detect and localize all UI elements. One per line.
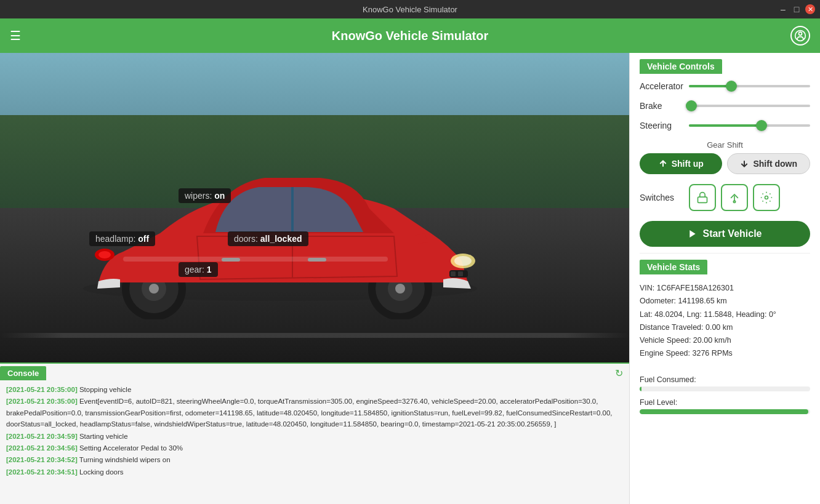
- switches-label: Switches: [640, 193, 689, 202]
- titlebar: KnowGo Vehicle Simulator – □ ✕: [0, 0, 820, 18]
- wiper-switch-button[interactable]: [721, 184, 748, 211]
- left-side: wipers: on headlamp: off doors: all_lock…: [0, 53, 629, 504]
- maximize-button[interactable]: □: [792, 4, 802, 14]
- doors-label: doors: all_locked: [228, 231, 308, 246]
- stat-distance: Distance Traveled: 0.00 km: [640, 321, 810, 334]
- stat-fuel-level-label: Fuel Level:: [640, 396, 810, 409]
- accelerator-slider[interactable]: [689, 85, 810, 87]
- gear-val: 1: [207, 265, 212, 274]
- lock-switch-button[interactable]: [689, 184, 716, 211]
- brake-label: Brake: [640, 101, 689, 111]
- switches-row: Switches: [640, 184, 810, 211]
- settings-switch-button[interactable]: [753, 184, 780, 211]
- console-text: Event[eventID=6, autoID=821, steeringWhe…: [6, 398, 613, 428]
- console-line: [2021-05-21 20:34:52] Turning windshield…: [6, 454, 623, 465]
- stat-vin: VIN: 1C6FAFE158A126301: [640, 282, 810, 295]
- console-timestamp: [2021-05-21 20:34:52]: [6, 456, 78, 463]
- app-title: KnowGo Vehicle Simulator: [332, 29, 489, 43]
- console-timestamp: [2021-05-21 20:34:51]: [6, 468, 78, 476]
- svg-point-16: [454, 256, 472, 266]
- headlamp-key: headlamp:: [95, 234, 138, 244]
- stat-engine-speed: Engine Speed: 3276 RPMs: [640, 347, 810, 360]
- console-line: [2021-05-21 20:34:56] Setting Accelerato…: [6, 442, 623, 454]
- steering-slider[interactable]: [689, 124, 810, 127]
- main-content: wipers: on headlamp: off doors: all_lock…: [0, 53, 820, 504]
- shift-down-label: Shift down: [753, 159, 797, 169]
- right-side: Vehicle Controls Accelerator Brake: [629, 53, 820, 504]
- wipers-val: on: [214, 191, 225, 201]
- svg-rect-22: [123, 257, 388, 262]
- doors-val: all_locked: [260, 234, 302, 244]
- refresh-icon[interactable]: ↻: [615, 367, 623, 379]
- console-section: Console ↻ [2021-05-21 20:35:00] Stopping…: [0, 362, 629, 504]
- shift-down-button[interactable]: Shift down: [727, 153, 811, 174]
- fuel-consumed-bar: [640, 386, 810, 391]
- titlebar-controls: – □ ✕: [778, 4, 815, 14]
- console-timestamp: [2021-05-21 20:34:56]: [6, 444, 78, 452]
- console-line: [2021-05-21 20:35:00] Stopping vehicle: [6, 384, 623, 395]
- start-vehicle-label: Start Vehicle: [702, 228, 762, 239]
- svg-point-21: [98, 251, 111, 258]
- steering-row: Steering: [640, 121, 810, 130]
- menu-icon[interactable]: ☰: [10, 28, 21, 43]
- appbar: ☰ KnowGo Vehicle Simulator: [0, 18, 820, 53]
- stat-fuel-consumed-label: Fuel Consumed:: [640, 374, 810, 386]
- console-header: Console: [0, 366, 46, 380]
- stat-odometer: Odometer: 141198.65 km: [640, 295, 810, 308]
- close-button[interactable]: ✕: [805, 4, 815, 14]
- brake-row: Brake: [640, 101, 810, 111]
- console-line: [2021-05-21 20:34:59] Starting vehicle: [6, 431, 623, 442]
- console-timestamp: [2021-05-21 20:34:59]: [6, 433, 78, 440]
- console-line: [2021-05-21 20:34:51] Locking doors: [6, 466, 623, 478]
- gear-shift-label: Gear Shift: [640, 140, 810, 150]
- accelerator-row: Accelerator: [640, 81, 810, 91]
- console-line: [2021-05-21 20:35:00] Event[eventID=6, a…: [6, 396, 623, 430]
- console-text: Turning windshield wipers on: [78, 456, 171, 463]
- user-icon[interactable]: [790, 26, 810, 46]
- car-view: wipers: on headlamp: off doors: all_lock…: [0, 53, 629, 362]
- stat-vehicle-speed: Vehicle Speed: 20.00 km/h: [640, 334, 810, 347]
- switch-buttons: [689, 184, 780, 211]
- svg-point-1: [799, 32, 802, 35]
- svg-marker-26: [690, 230, 696, 238]
- start-vehicle-button[interactable]: Start Vehicle: [640, 221, 810, 247]
- vehicle-controls: Vehicle Controls Accelerator Brake: [630, 53, 820, 253]
- minimize-button[interactable]: –: [778, 4, 788, 14]
- svg-rect-23: [698, 197, 707, 202]
- svg-point-24: [733, 201, 735, 202]
- console-text: Setting Accelerator Pedal to 30%: [78, 444, 183, 452]
- headlamp-label: headlamp: off: [89, 231, 155, 246]
- headlamp-val: off: [138, 234, 149, 244]
- vehicle-stats: Vehicle Stats VIN: 1C6FAFE158A126301 Odo…: [630, 254, 820, 504]
- console-text: Stopping vehicle: [78, 386, 132, 393]
- console-timestamp: [2021-05-21 20:35:00]: [6, 398, 78, 405]
- gear-buttons: Shift up Shift down: [640, 153, 810, 174]
- doors-key: doors:: [234, 234, 260, 244]
- wipers-label: wipers: on: [179, 188, 231, 203]
- svg-point-6: [149, 284, 159, 294]
- brake-slider[interactable]: [689, 105, 810, 107]
- console-text: Starting vehicle: [78, 433, 128, 440]
- wipers-key: wipers:: [185, 191, 214, 201]
- svg-rect-18: [451, 271, 456, 276]
- console-timestamp: [2021-05-21 20:35:00]: [6, 386, 78, 393]
- gear-label: gear: 1: [179, 262, 218, 277]
- vehicle-controls-header: Vehicle Controls: [640, 59, 722, 74]
- stats-text: VIN: 1C6FAFE158A126301 Odometer: 141198.…: [640, 282, 810, 414]
- accelerator-label: Accelerator: [640, 81, 689, 91]
- titlebar-title: KnowGo Vehicle Simulator: [363, 5, 457, 14]
- svg-point-10: [395, 284, 405, 294]
- console-text: Locking doors: [78, 468, 124, 476]
- shift-up-button[interactable]: Shift up: [640, 153, 722, 174]
- stat-lat-lng: Lat: 48.0204, Lng: 11.5848, Heading: 0°: [640, 308, 810, 321]
- steering-label: Steering: [640, 121, 689, 130]
- fuel-level-bar: [640, 409, 810, 414]
- gear-shift-section: Gear Shift Shift up Shift down: [640, 140, 810, 174]
- console-content: [2021-05-21 20:35:00] Stopping vehicle[2…: [0, 380, 629, 503]
- vehicle-stats-header: Vehicle Stats: [640, 260, 707, 274]
- gear-key: gear:: [185, 265, 207, 274]
- shift-up-label: Shift up: [672, 159, 704, 169]
- svg-point-25: [765, 196, 768, 199]
- svg-rect-19: [458, 271, 463, 276]
